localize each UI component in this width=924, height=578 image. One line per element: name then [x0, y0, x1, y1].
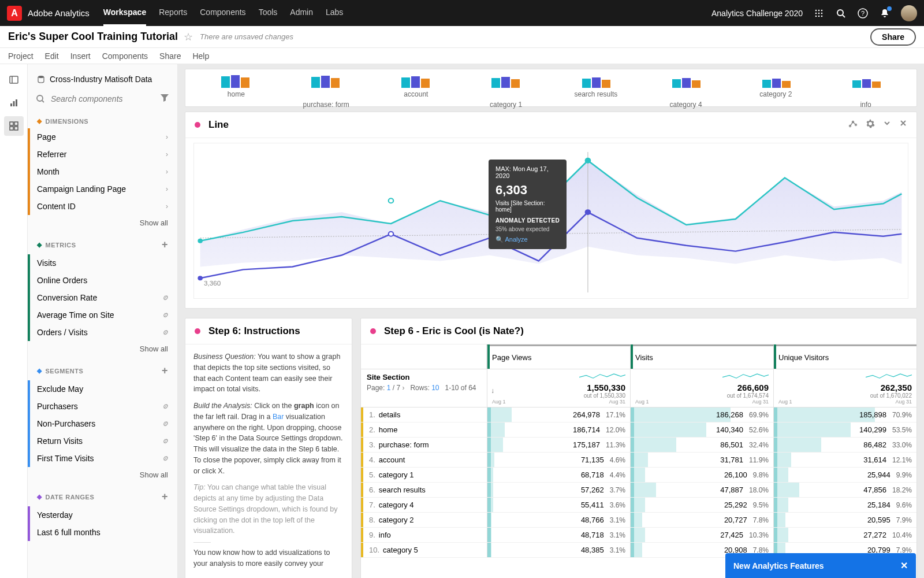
segment-item[interactable]: Purchasers⚙ [28, 398, 177, 415]
component-search-input[interactable] [50, 92, 155, 106]
svg-point-2 [821, 9, 823, 11]
nav-tab-admin[interactable]: Admin [290, 0, 313, 26]
row-label[interactable]: 7.category 4 [361, 498, 487, 512]
table-cell: 48,3853.1% [487, 543, 630, 557]
table-cell: 27,42510.3% [630, 528, 773, 542]
table-row[interactable]: 4.account71,1354.6%31,78111.9%31,61412.1… [361, 453, 916, 468]
nav-tab-labs[interactable]: Labs [326, 0, 343, 26]
notifications-icon[interactable] [879, 8, 891, 19]
metric-item[interactable]: Average Time on Site⚙ [28, 306, 177, 324]
apps-grid-icon[interactable] [813, 8, 825, 19]
line-datasource-dot[interactable] [195, 122, 200, 128]
chevron-right-icon: › [166, 133, 168, 141]
daterange-item[interactable]: Yesterday [28, 506, 177, 524]
sort-desc-icon[interactable]: ↓ [491, 387, 494, 395]
row-label[interactable]: 4.account [361, 453, 487, 467]
dimension-item[interactable]: Page› [28, 128, 177, 146]
tooltip-analyze-link[interactable]: 🔍 Analyze [495, 236, 560, 243]
col-visits[interactable]: Visits [630, 344, 773, 369]
dimension-item[interactable]: Referrer› [28, 146, 177, 163]
metric-item[interactable]: Visits [28, 254, 177, 272]
row-label[interactable]: 2.home [361, 423, 487, 437]
nav-tab-components[interactable]: Components [200, 0, 245, 26]
table-row[interactable]: 3.purchase: form175,18711.3%86,50132.4%8… [361, 438, 916, 453]
filter-icon[interactable] [160, 93, 169, 105]
row-label[interactable]: 9.info [361, 528, 487, 542]
daterange-item[interactable]: Last 6 full months [28, 524, 177, 541]
table-title[interactable]: Step 6 - Eric is Cool (is Nate?) [384, 325, 524, 337]
table-row[interactable]: 6.search results57,2623.7%47,88718.0%47,… [361, 483, 916, 498]
row-label[interactable]: 6.search results [361, 483, 487, 497]
table-pager[interactable]: Page: 1 / 7 › Rows: 10 1-10 of 64 [367, 384, 481, 392]
help-icon[interactable]: ? [857, 8, 869, 19]
settings-gear-icon[interactable] [866, 119, 875, 131]
table-cell: 20,5957.9% [773, 513, 916, 527]
table-row[interactable]: 9.info48,7183.1%27,42510.3%27,27210.4% [361, 528, 916, 543]
dataset-selector[interactable]: Cross-Industry Matisoft Data [28, 70, 177, 88]
menu-help[interactable]: Help [192, 51, 209, 61]
anomaly-icon[interactable] [848, 119, 858, 131]
dimension-item[interactable]: Content ID› [28, 198, 177, 215]
menu-share[interactable]: Share [159, 51, 181, 61]
nav-tab-workspace[interactable]: Workspace [103, 0, 146, 26]
instructions-body: Business Question: You want to show a gr… [185, 344, 352, 578]
row-label[interactable]: 1.details [361, 407, 487, 422]
nav-tab-tools[interactable]: Tools [259, 0, 278, 26]
new-features-toast[interactable]: New Analytics Features ✕ [725, 553, 916, 578]
row-label[interactable]: 8.category 2 [361, 513, 487, 527]
project-title: Eric's Super Cool Training Tutorial [8, 31, 178, 43]
collapse-icon[interactable] [883, 119, 891, 131]
rail-graph-icon[interactable] [4, 93, 24, 113]
add-daterange-icon[interactable]: + [162, 491, 168, 503]
segment-item[interactable]: Exclude May [28, 380, 177, 398]
segment-item[interactable]: Return Visits⚙ [28, 432, 177, 450]
dimension-item[interactable]: Campaign Landing Page› [28, 180, 177, 198]
row-label[interactable]: 3.purchase: form [361, 438, 487, 452]
bar-visualization-panel[interactable]: homepurchase: formaccountcategory 1searc… [185, 69, 917, 107]
share-button[interactable]: Share [870, 28, 916, 46]
calculated-icon: ⚙ [162, 403, 168, 410]
menu-edit[interactable]: Edit [45, 51, 59, 61]
metrics-showall[interactable]: Show all [28, 341, 177, 357]
table-row[interactable]: 1.details264,97817.1%186,26869.9%185,898… [361, 407, 916, 423]
row-label[interactable]: 5.category 1 [361, 468, 487, 482]
table-datasource-dot[interactable] [370, 328, 376, 334]
segment-item[interactable]: First Time Visits⚙ [28, 450, 177, 467]
dimensions-showall[interactable]: Show all [28, 215, 177, 231]
line-chart[interactable]: 3,360 MAX: Mon Aug 17, 2020 6,303 Visits… [193, 143, 908, 299]
search-icon[interactable] [835, 8, 847, 19]
add-metric-icon[interactable]: + [162, 239, 168, 251]
svg-rect-15 [10, 103, 12, 106]
segment-item[interactable]: Non-Purchasers⚙ [28, 415, 177, 432]
user-avatar[interactable] [901, 5, 917, 21]
dimension-label[interactable]: Site Section [367, 373, 481, 381]
table-row[interactable]: 7.category 455,4113.6%25,2929.5%25,1849.… [361, 498, 916, 513]
menu-insert[interactable]: Insert [70, 51, 91, 61]
table-row[interactable]: 2.home186,71412.0%140,34052.6%140,29953.… [361, 423, 916, 438]
metric-item[interactable]: Online Orders [28, 272, 177, 289]
add-segment-icon[interactable]: + [162, 365, 168, 377]
line-panel-title[interactable]: Line [208, 119, 229, 131]
metric-item[interactable]: Conversion Rate⚙ [28, 289, 177, 306]
table-cell: 48,7183.1% [487, 528, 630, 542]
close-icon[interactable] [899, 119, 907, 131]
row-label[interactable]: 10.category 5 [361, 543, 487, 557]
metric-item[interactable]: Orders / Visits⚙ [28, 324, 177, 341]
rail-panel-icon[interactable] [4, 70, 24, 90]
instructions-dot[interactable] [195, 328, 200, 334]
dimension-item[interactable]: Month› [28, 163, 177, 180]
nav-tab-reports[interactable]: Reports [159, 0, 187, 26]
svg-point-4 [818, 12, 820, 14]
summary-cell: ↓ 1,550,330out of 1,550,330 Aug 1Aug 31 [487, 369, 630, 407]
favorite-star-icon[interactable]: ☆ [184, 31, 193, 43]
toast-close-icon[interactable]: ✕ [900, 560, 908, 571]
menu-components[interactable]: Components [102, 51, 148, 61]
segments-showall[interactable]: Show all [28, 467, 177, 483]
table-row[interactable]: 5.category 168,7184.4%26,1009.8%25,9449.… [361, 468, 916, 483]
col-pageviews[interactable]: Page Views [487, 344, 630, 369]
menu-project[interactable]: Project [8, 51, 33, 61]
table-row[interactable]: 8.category 248,7663.1%20,7277.8%20,5957.… [361, 513, 916, 528]
freeform-table[interactable]: Page Views Visits Unique Visitors Site S… [361, 344, 916, 558]
col-unique[interactable]: Unique Visitors [773, 344, 916, 369]
rail-components-icon[interactable] [4, 116, 24, 136]
